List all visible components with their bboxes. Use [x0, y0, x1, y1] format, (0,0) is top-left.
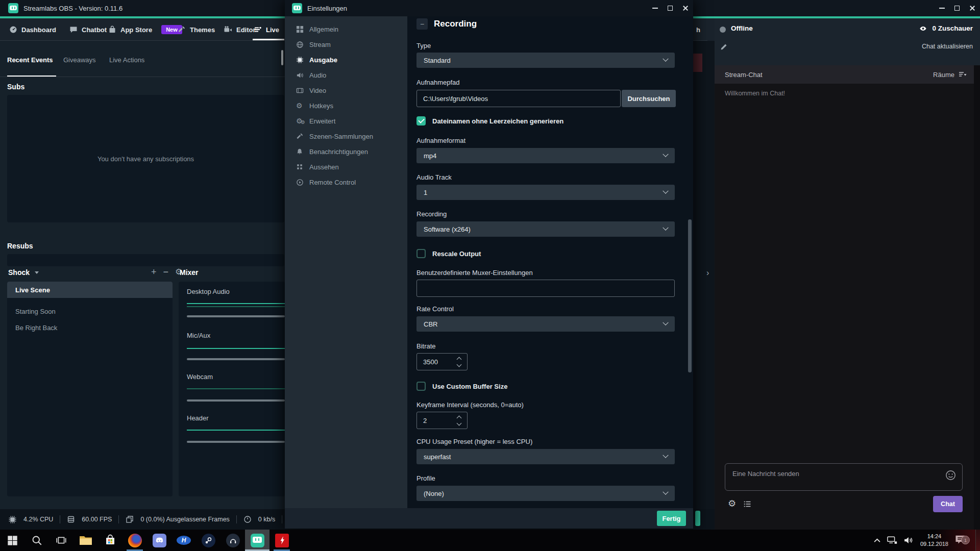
modal-close-button[interactable] [678, 0, 693, 16]
add-scene-button[interactable]: + [151, 267, 157, 277]
sidebar-item-allgemein[interactable]: Allgemein [285, 21, 407, 37]
rooms-selector[interactable]: Räume [933, 71, 967, 79]
nav-chatbot[interactable]: Chatbot [69, 18, 107, 41]
tab-live-actions[interactable]: Live Actions [109, 49, 144, 70]
muxer-settings-value[interactable] [423, 285, 668, 292]
tray-expand-chevron-icon[interactable] [874, 538, 880, 543]
custom-buffer-row[interactable]: Use Custom Buffer Size [416, 382, 507, 391]
discord-button[interactable] [147, 530, 172, 551]
checkbox-checked-icon[interactable] [416, 116, 426, 126]
show-desktop-button[interactable] [975, 530, 980, 551]
audio-track-select[interactable]: 1 [416, 185, 675, 200]
profile-select[interactable]: (None) [416, 486, 675, 501]
sidebar-item-benachrichtigungen[interactable]: Benachrichtigungen [285, 144, 407, 159]
chat-settings-gear-icon[interactable]: ⚙ [728, 499, 736, 508]
scene-collection-selector[interactable]: Shock [8, 268, 39, 277]
scene-item[interactable]: Live Scene [7, 282, 173, 298]
headset-app-button[interactable] [220, 530, 245, 551]
volume-slider[interactable] [187, 441, 285, 443]
browse-button[interactable]: Durchsuchen [622, 90, 676, 107]
tab-recent-events[interactable]: Recent Events [7, 49, 53, 70]
nav-divider-fragment [693, 40, 707, 41]
spin-up-icon[interactable] [457, 357, 462, 362]
lightning-app-button[interactable] [270, 530, 294, 551]
sidebar-item-aussehen[interactable]: Aussehen [285, 159, 407, 174]
eye-icon [918, 25, 928, 32]
nav-app-store[interactable]: App Store New [108, 18, 182, 41]
keyframe-interval-stepper[interactable]: 2 [416, 412, 468, 429]
sidebar-item-erweitert[interactable]: ⚙⚙ Erweitert [285, 113, 407, 129]
nav-editor[interactable]: Editor [224, 18, 256, 41]
sidebar-item-hotkeys[interactable]: ⚙ Hotkeys [285, 98, 407, 113]
nav-dashboard[interactable]: Dashboard [9, 18, 56, 41]
volume-slider[interactable] [187, 358, 285, 360]
sidebar-item-remote-control[interactable]: Remote Control [285, 174, 407, 190]
chat-list-icon[interactable] [743, 500, 752, 508]
firefox-icon [128, 534, 142, 547]
edit-pencil-icon[interactable] [720, 43, 728, 51]
bitrate-label: Bitrate [416, 342, 436, 350]
sidebar-item-video[interactable]: Video [285, 83, 407, 98]
tray-clock[interactable]: 14:24 09.12.2018 [920, 533, 948, 548]
tab-giveaways[interactable]: Giveaways [63, 49, 96, 70]
chat-refresh-link[interactable]: Chat aktualisieren [922, 43, 973, 50]
spin-up-icon[interactable] [457, 415, 462, 420]
sidebar-item-stream[interactable]: Stream [285, 37, 407, 52]
expand-panel-chevron-icon[interactable]: › [706, 268, 709, 278]
checkbox-unchecked-icon[interactable] [416, 382, 426, 391]
chat-placeholder: Eine Nachricht senden [732, 470, 799, 478]
emoji-smiley-icon[interactable] [945, 470, 956, 481]
chat-send-button[interactable]: Chat [933, 496, 963, 512]
sidebar-item-ausgabe[interactable]: Ausgabe [285, 52, 407, 67]
task-view-button[interactable] [49, 530, 74, 551]
scene-item[interactable]: Starting Soon [7, 303, 173, 319]
remove-scene-button[interactable]: − [163, 267, 169, 277]
microsoft-store-button[interactable] [98, 530, 122, 551]
type-select[interactable]: Standard [416, 53, 675, 68]
modal-minimize-button[interactable] [647, 0, 663, 16]
file-explorer-button[interactable] [74, 530, 98, 551]
scene-item[interactable]: Be Right Back [7, 319, 173, 336]
sidebar-item-audio[interactable]: Audio [285, 67, 407, 83]
streamlabs-taskbar-button[interactable] [245, 530, 270, 551]
nav-themes[interactable]: Themes [178, 18, 215, 41]
encoder-select[interactable]: Software (x264) [416, 221, 675, 237]
modal-maximize-button[interactable] [663, 0, 678, 16]
events-scrollbar[interactable] [281, 50, 283, 65]
cpu-preset-select[interactable]: superfast [416, 449, 675, 464]
spin-down-icon[interactable] [457, 420, 462, 425]
speaker-icon [296, 71, 304, 79]
rate-control-select[interactable]: CBR [416, 316, 675, 332]
themes-brush-icon [178, 26, 186, 34]
volume-slider[interactable] [187, 399, 285, 402]
recording-path-input[interactable] [416, 90, 621, 107]
network-icon[interactable] [887, 536, 898, 544]
recording-section-header: − Recording [416, 18, 477, 30]
nav-live[interactable]: Live [254, 18, 279, 41]
recording-format-select[interactable]: mp4 [416, 148, 675, 163]
chat-message-input[interactable]: Eine Nachricht senden [725, 463, 963, 491]
action-center-button[interactable]: 1 [954, 534, 967, 546]
discord-icon [153, 534, 166, 547]
h-app-button[interactable]: H [172, 530, 196, 551]
muxer-settings-input[interactable] [416, 280, 675, 297]
done-button[interactable]: Fertig [657, 511, 686, 526]
settings-scrollbar[interactable] [688, 219, 692, 372]
bitrate-stepper[interactable]: 3500 [416, 353, 468, 370]
start-button[interactable] [0, 530, 24, 551]
spin-down-icon[interactable] [457, 362, 462, 367]
steam-button[interactable] [196, 530, 220, 551]
rescale-output-row[interactable]: Rescale Output [416, 249, 481, 258]
volume-icon[interactable] [904, 536, 914, 544]
sidebar-item-szenen-sammlungen[interactable]: Szenen-Sammlungen [285, 129, 407, 144]
checkbox-unchecked-icon[interactable] [416, 249, 426, 258]
volume-slider[interactable] [187, 315, 285, 317]
firefox-button[interactable] [122, 530, 147, 551]
recording-path-value[interactable] [423, 95, 614, 103]
collapse-section-button[interactable]: − [416, 18, 428, 30]
filename-no-space-row[interactable]: Dateinamen ohne Leerzeichen generieren [416, 116, 564, 126]
maximize-button[interactable] [949, 0, 965, 16]
close-button[interactable] [965, 0, 980, 16]
minimize-button[interactable] [934, 0, 949, 16]
taskbar-search-button[interactable] [24, 530, 49, 551]
